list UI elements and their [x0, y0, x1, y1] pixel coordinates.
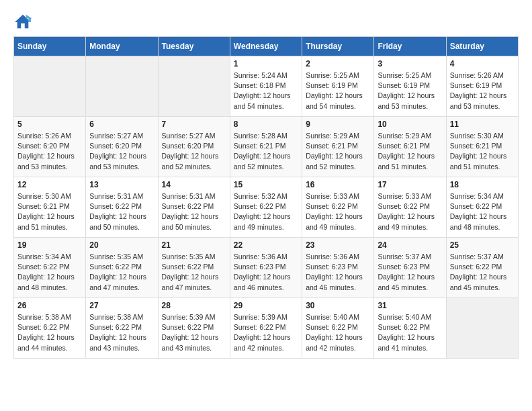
day-of-week-header: Friday — [374, 37, 446, 56]
day-info: Sunrise: 5:32 AM Sunset: 6:22 PM Dayligh… — [234, 191, 298, 232]
calendar-day-cell: 5Sunrise: 5:26 AM Sunset: 6:20 PM Daylig… — [14, 117, 86, 177]
calendar-week-row: 5Sunrise: 5:26 AM Sunset: 6:20 PM Daylig… — [14, 117, 519, 177]
day-info: Sunrise: 5:39 AM Sunset: 6:22 PM Dayligh… — [162, 312, 226, 353]
day-number: 8 — [234, 120, 298, 129]
day-number: 27 — [89, 301, 154, 310]
day-info: Sunrise: 5:31 AM Sunset: 6:22 PM Dayligh… — [162, 191, 226, 232]
calendar-week-row: 1Sunrise: 5:24 AM Sunset: 6:18 PM Daylig… — [14, 56, 519, 117]
page-header — [13, 13, 519, 30]
day-info: Sunrise: 5:34 AM Sunset: 6:22 PM Dayligh… — [17, 252, 82, 293]
day-info: Sunrise: 5:29 AM Sunset: 6:21 PM Dayligh… — [378, 131, 442, 172]
day-number: 21 — [162, 240, 226, 250]
day-number: 15 — [234, 180, 298, 189]
day-number: 24 — [378, 240, 442, 250]
day-number: 2 — [306, 59, 370, 68]
day-info: Sunrise: 5:30 AM Sunset: 6:21 PM Dayligh… — [17, 191, 82, 232]
day-info: Sunrise: 5:29 AM Sunset: 6:21 PM Dayligh… — [306, 131, 370, 172]
calendar-day-cell: 3Sunrise: 5:25 AM Sunset: 6:19 PM Daylig… — [374, 56, 446, 117]
day-info: Sunrise: 5:37 AM Sunset: 6:22 PM Dayligh… — [450, 252, 515, 293]
calendar-day-cell: 30Sunrise: 5:40 AM Sunset: 6:22 PM Dayli… — [302, 298, 374, 359]
calendar-day-cell: 21Sunrise: 5:35 AM Sunset: 6:22 PM Dayli… — [158, 238, 230, 298]
logo — [13, 13, 35, 30]
day-info: Sunrise: 5:25 AM Sunset: 6:19 PM Dayligh… — [378, 71, 442, 111]
day-info: Sunrise: 5:30 AM Sunset: 6:21 PM Dayligh… — [450, 131, 515, 172]
day-info: Sunrise: 5:26 AM Sunset: 6:19 PM Dayligh… — [450, 71, 515, 111]
day-info: Sunrise: 5:40 AM Sunset: 6:22 PM Dayligh… — [306, 312, 370, 353]
logo-icon — [13, 13, 32, 30]
day-number: 19 — [17, 240, 82, 250]
calendar-day-cell: 27Sunrise: 5:38 AM Sunset: 6:22 PM Dayli… — [86, 298, 158, 359]
day-info: Sunrise: 5:24 AM Sunset: 6:18 PM Dayligh… — [234, 71, 298, 111]
calendar-day-cell: 22Sunrise: 5:36 AM Sunset: 6:23 PM Dayli… — [230, 238, 302, 298]
day-info: Sunrise: 5:33 AM Sunset: 6:22 PM Dayligh… — [378, 191, 442, 232]
calendar-day-cell: 16Sunrise: 5:33 AM Sunset: 6:22 PM Dayli… — [302, 177, 374, 238]
day-info: Sunrise: 5:33 AM Sunset: 6:22 PM Dayligh… — [306, 191, 370, 232]
calendar-day-cell — [446, 298, 518, 359]
calendar-day-cell: 31Sunrise: 5:40 AM Sunset: 6:22 PM Dayli… — [374, 298, 446, 359]
day-info: Sunrise: 5:37 AM Sunset: 6:23 PM Dayligh… — [378, 252, 442, 293]
day-number: 23 — [306, 240, 370, 250]
calendar-day-cell: 13Sunrise: 5:31 AM Sunset: 6:22 PM Dayli… — [86, 177, 158, 238]
calendar-week-row: 12Sunrise: 5:30 AM Sunset: 6:21 PM Dayli… — [14, 177, 519, 238]
day-info: Sunrise: 5:40 AM Sunset: 6:22 PM Dayligh… — [378, 312, 442, 353]
day-number: 17 — [378, 180, 442, 189]
calendar-day-cell: 7Sunrise: 5:27 AM Sunset: 6:20 PM Daylig… — [158, 117, 230, 177]
day-info: Sunrise: 5:34 AM Sunset: 6:22 PM Dayligh… — [450, 191, 515, 232]
calendar-day-cell: 14Sunrise: 5:31 AM Sunset: 6:22 PM Dayli… — [158, 177, 230, 238]
day-number: 28 — [162, 301, 226, 310]
calendar-day-cell — [14, 56, 86, 117]
day-info: Sunrise: 5:38 AM Sunset: 6:22 PM Dayligh… — [89, 312, 154, 353]
day-number: 11 — [450, 120, 515, 129]
day-number: 6 — [89, 120, 154, 129]
day-number: 1 — [234, 59, 298, 68]
calendar-day-cell: 28Sunrise: 5:39 AM Sunset: 6:22 PM Dayli… — [158, 298, 230, 359]
day-info: Sunrise: 5:39 AM Sunset: 6:22 PM Dayligh… — [234, 312, 298, 353]
calendar-header-row: SundayMondayTuesdayWednesdayThursdayFrid… — [14, 37, 519, 56]
day-number: 13 — [89, 180, 154, 189]
day-info: Sunrise: 5:27 AM Sunset: 6:20 PM Dayligh… — [89, 131, 154, 172]
calendar-day-cell: 11Sunrise: 5:30 AM Sunset: 6:21 PM Dayli… — [446, 117, 518, 177]
day-number: 31 — [378, 301, 442, 310]
day-info: Sunrise: 5:25 AM Sunset: 6:19 PM Dayligh… — [306, 71, 370, 111]
day-info: Sunrise: 5:28 AM Sunset: 6:21 PM Dayligh… — [234, 131, 298, 172]
calendar-day-cell: 19Sunrise: 5:34 AM Sunset: 6:22 PM Dayli… — [14, 238, 86, 298]
day-number: 29 — [234, 301, 298, 310]
day-info: Sunrise: 5:35 AM Sunset: 6:22 PM Dayligh… — [162, 252, 226, 293]
calendar-day-cell: 4Sunrise: 5:26 AM Sunset: 6:19 PM Daylig… — [446, 56, 518, 117]
calendar-day-cell: 12Sunrise: 5:30 AM Sunset: 6:21 PM Dayli… — [14, 177, 86, 238]
day-info: Sunrise: 5:35 AM Sunset: 6:22 PM Dayligh… — [89, 252, 154, 293]
day-of-week-header: Tuesday — [158, 37, 230, 56]
calendar-day-cell: 8Sunrise: 5:28 AM Sunset: 6:21 PM Daylig… — [230, 117, 302, 177]
calendar-day-cell: 25Sunrise: 5:37 AM Sunset: 6:22 PM Dayli… — [446, 238, 518, 298]
calendar-day-cell: 6Sunrise: 5:27 AM Sunset: 6:20 PM Daylig… — [86, 117, 158, 177]
calendar-day-cell: 24Sunrise: 5:37 AM Sunset: 6:23 PM Dayli… — [374, 238, 446, 298]
day-number: 7 — [162, 120, 226, 129]
day-number: 20 — [89, 240, 154, 250]
day-of-week-header: Monday — [86, 37, 158, 56]
day-of-week-header: Sunday — [14, 37, 86, 56]
day-number: 22 — [234, 240, 298, 250]
day-number: 26 — [17, 301, 82, 310]
day-of-week-header: Thursday — [302, 37, 374, 56]
calendar-day-cell: 23Sunrise: 5:36 AM Sunset: 6:23 PM Dayli… — [302, 238, 374, 298]
day-number: 9 — [306, 120, 370, 129]
day-info: Sunrise: 5:27 AM Sunset: 6:20 PM Dayligh… — [162, 131, 226, 172]
calendar-day-cell: 26Sunrise: 5:38 AM Sunset: 6:22 PM Dayli… — [14, 298, 86, 359]
calendar-day-cell: 2Sunrise: 5:25 AM Sunset: 6:19 PM Daylig… — [302, 56, 374, 117]
calendar-week-row: 26Sunrise: 5:38 AM Sunset: 6:22 PM Dayli… — [14, 298, 519, 359]
day-number: 14 — [162, 180, 226, 189]
calendar-day-cell: 20Sunrise: 5:35 AM Sunset: 6:22 PM Dayli… — [86, 238, 158, 298]
day-of-week-header: Wednesday — [230, 37, 302, 56]
day-number: 30 — [306, 301, 370, 310]
day-info: Sunrise: 5:31 AM Sunset: 6:22 PM Dayligh… — [89, 191, 154, 232]
calendar-day-cell: 17Sunrise: 5:33 AM Sunset: 6:22 PM Dayli… — [374, 177, 446, 238]
calendar-day-cell: 15Sunrise: 5:32 AM Sunset: 6:22 PM Dayli… — [230, 177, 302, 238]
day-of-week-header: Saturday — [446, 37, 518, 56]
calendar-day-cell: 18Sunrise: 5:34 AM Sunset: 6:22 PM Dayli… — [446, 177, 518, 238]
day-number: 3 — [378, 59, 442, 68]
calendar-day-cell — [86, 56, 158, 117]
calendar-day-cell: 1Sunrise: 5:24 AM Sunset: 6:18 PM Daylig… — [230, 56, 302, 117]
calendar-day-cell: 10Sunrise: 5:29 AM Sunset: 6:21 PM Dayli… — [374, 117, 446, 177]
day-number: 16 — [306, 180, 370, 189]
day-number: 12 — [17, 180, 82, 189]
